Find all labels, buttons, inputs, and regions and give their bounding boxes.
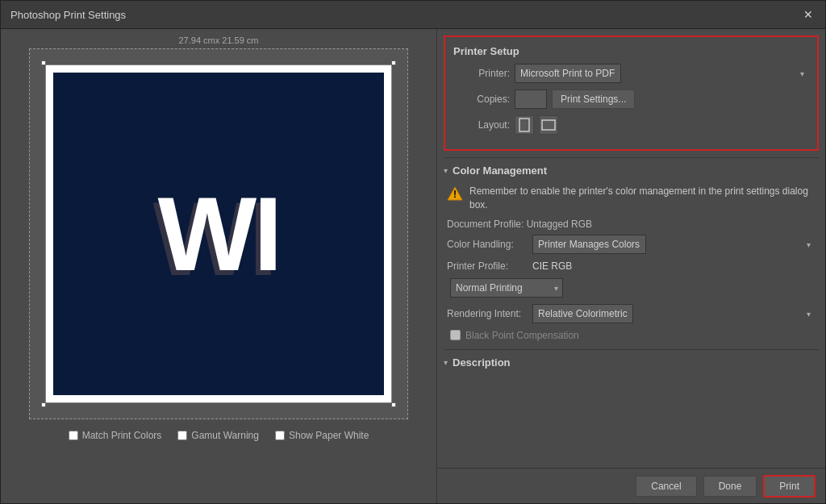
match-print-colors-checkbox[interactable] (69, 431, 78, 440)
svg-text:!: ! (453, 189, 457, 200)
preview-inner: WI (45, 65, 392, 403)
svg-rect-0 (519, 119, 529, 131)
description-title: Description (453, 356, 511, 369)
layout-portrait-button[interactable] (515, 115, 534, 135)
black-point-row: Black Point Compensation (447, 330, 816, 341)
printer-row: Printer: Microsoft Print to PDF (453, 64, 809, 83)
svg-rect-1 (542, 120, 555, 130)
show-paper-white-group[interactable]: Show Paper White (275, 430, 369, 441)
printer-select[interactable]: Microsoft Print to PDF (515, 64, 621, 83)
corner-handle-tl (41, 60, 46, 65)
dimension-label: 27.94 cmx 21.59 cm (178, 35, 258, 45)
document-profile-row: Document Profile: Untagged RGB (447, 219, 816, 230)
color-handling-row: Color Handling: Printer Manages Colors (447, 235, 816, 254)
printer-label: Printer: (453, 68, 510, 79)
done-button[interactable]: Done (703, 476, 757, 497)
corner-handle-br (391, 402, 396, 407)
corner-handle-bl (41, 402, 46, 407)
description-section: ▾ Description (444, 353, 819, 372)
color-management-section: ▾ Color Management ! Remember to enable … (444, 161, 819, 346)
color-management-header[interactable]: ▾ Color Management (444, 161, 819, 180)
divider-2 (444, 349, 819, 350)
bottom-bar: Match Print Colors Gamut Warning Show Pa… (59, 419, 379, 452)
gamut-warning-checkbox[interactable] (177, 431, 187, 440)
color-handling-select[interactable]: Printer Manages Colors (532, 235, 646, 254)
color-handling-select-wrapper: Printer Manages Colors (532, 235, 816, 254)
printer-setup-title: Printer Setup (453, 45, 809, 57)
normal-printing-select-wrapper: Normal Printing (450, 278, 563, 298)
dialog-footer: Cancel Done Print (437, 468, 825, 503)
close-button[interactable]: ✕ (801, 7, 816, 22)
show-paper-white-checkbox[interactable] (275, 431, 285, 440)
match-print-colors-label: Match Print Colors (82, 430, 162, 441)
warning-row: ! Remember to enable the printer's color… (447, 185, 816, 212)
black-point-label: Black Point Compensation (465, 330, 579, 341)
preview-text: WI (158, 181, 280, 286)
printer-profile-row: Printer Profile: CIE RGB (447, 260, 816, 272)
description-arrow: ▾ (444, 358, 448, 367)
right-scroll[interactable]: Printer Setup Printer: Microsoft Print t… (437, 29, 825, 468)
printer-setup-section: Printer Setup Printer: Microsoft Print t… (444, 35, 819, 151)
layout-row: Layout: (453, 115, 809, 135)
show-paper-white-label: Show Paper White (289, 430, 369, 441)
rendering-intent-select[interactable]: Relative Colorimetric (532, 304, 633, 323)
right-panel: Printer Setup Printer: Microsoft Print t… (436, 29, 825, 503)
normal-printing-select[interactable]: Normal Printing (450, 278, 563, 298)
color-management-arrow: ▾ (444, 166, 448, 175)
layout-label: Layout: (453, 119, 510, 131)
print-button[interactable]: Print (763, 475, 816, 498)
layout-landscape-button[interactable] (539, 115, 558, 135)
divider-1 (444, 157, 819, 158)
print-settings-button[interactable]: Print Settings... (552, 90, 635, 109)
color-handling-label: Color Handling: (447, 239, 528, 250)
warning-text: Remember to enable the printer's color m… (469, 185, 816, 212)
gamut-warning-label: Gamut Warning (191, 430, 259, 441)
description-header[interactable]: ▾ Description (444, 353, 819, 372)
printer-select-wrapper: Microsoft Print to PDF (515, 64, 809, 83)
normal-printing-row: Normal Printing (447, 278, 816, 298)
dialog-title: Photoshop Print Settings (10, 9, 126, 21)
printer-profile-value: CIE RGB (532, 260, 572, 272)
dialog-window: Photoshop Print Settings ✕ 27.94 cmx 21.… (0, 0, 826, 504)
color-management-content: ! Remember to enable the printer's color… (444, 180, 819, 346)
copies-label: Copies: (453, 94, 510, 105)
warning-icon: ! (447, 185, 463, 202)
color-management-title: Color Management (453, 165, 547, 177)
preview-canvas: WI (53, 73, 384, 395)
black-point-checkbox[interactable] (450, 330, 461, 340)
title-bar: Photoshop Print Settings ✕ (1, 1, 825, 29)
preview-outer: WI (29, 48, 408, 419)
left-panel: 27.94 cmx 21.59 cm WI Match Print Colors (1, 29, 436, 503)
copies-input[interactable]: 1 (515, 90, 547, 109)
match-print-colors-group[interactable]: Match Print Colors (69, 430, 162, 441)
dialog-body: 27.94 cmx 21.59 cm WI Match Print Colors (1, 29, 825, 503)
copies-row: Copies: 1 Print Settings... (453, 90, 809, 109)
cancel-button[interactable]: Cancel (636, 476, 696, 497)
rendering-intent-select-wrapper: Relative Colorimetric (532, 304, 816, 323)
corner-handle-tr (391, 60, 396, 65)
printer-profile-label: Printer Profile: (447, 260, 528, 272)
rendering-intent-row: Rendering Intent: Relative Colorimetric (447, 304, 816, 323)
gamut-warning-group[interactable]: Gamut Warning (177, 430, 259, 441)
rendering-intent-label: Rendering Intent: (447, 308, 528, 319)
